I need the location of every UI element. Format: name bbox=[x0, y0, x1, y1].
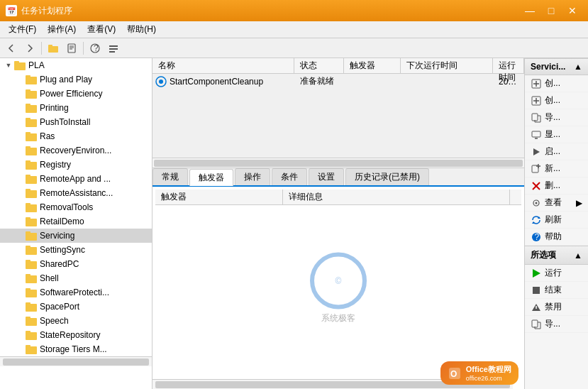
panel-action-view[interactable]: 查看 ▶ bbox=[525, 194, 588, 212]
tab-general[interactable]: 常规 bbox=[152, 168, 188, 185]
sidebar-item-settingsync[interactable]: SettingSync bbox=[0, 243, 152, 257]
sidebar-item-staterepository[interactable]: StateRepository bbox=[0, 328, 152, 342]
sidebar-item-pla[interactable]: ▼ PLA bbox=[0, 58, 152, 72]
sidebar-item-registry[interactable]: Registry bbox=[0, 158, 152, 172]
display-icon bbox=[531, 129, 542, 141]
col-header-last[interactable]: 上次运行时间 bbox=[493, 58, 524, 73]
sidebar: ▼ PLA Plug and Play Power Efficiency bbox=[0, 58, 152, 389]
toolbar-separator bbox=[41, 42, 42, 55]
properties-icon bbox=[67, 43, 77, 53]
svg-rect-61 bbox=[532, 114, 538, 121]
tab-history[interactable]: 历史记录(已禁用) bbox=[345, 168, 429, 185]
svg-rect-14 bbox=[26, 75, 30, 78]
sidebar-hscroll[interactable] bbox=[0, 356, 152, 366]
trigger-col-header[interactable]: 触发器 bbox=[155, 190, 283, 204]
panel-action-create1[interactable]: 创... bbox=[525, 75, 588, 92]
tab-settings[interactable]: 设置 bbox=[309, 168, 344, 185]
task-name-cell: StartComponentCleanup bbox=[152, 76, 294, 87]
folder-icon-3 bbox=[26, 102, 37, 114]
sidebar-item-shell[interactable]: Shell bbox=[0, 271, 152, 285]
task-row[interactable]: StartComponentCleanup 准备就绪 2020/8/30 16:… bbox=[152, 74, 524, 89]
col-header-status[interactable]: 状态 bbox=[294, 58, 344, 73]
forward-button[interactable] bbox=[21, 40, 38, 56]
sidebar-item-remoteapp[interactable]: RemoteApp and ... bbox=[0, 172, 152, 186]
folder-icon-14 bbox=[26, 258, 37, 270]
svg-rect-52 bbox=[26, 345, 30, 348]
sidebar-item-pushtoinstall[interactable]: PushToInstall bbox=[0, 115, 152, 129]
sidebar-item-storagetiers[interactable]: Storage Tiers M... bbox=[0, 342, 152, 356]
col-header-trigger[interactable]: 触发器 bbox=[344, 58, 401, 73]
panel-action-export[interactable]: 导... bbox=[525, 316, 588, 333]
properties-button[interactable] bbox=[63, 40, 80, 56]
panel-action-create2[interactable]: 创... bbox=[525, 92, 588, 109]
folder-button[interactable] bbox=[45, 40, 62, 56]
sidebar-item-removaltools[interactable]: RemovalTools bbox=[0, 200, 152, 214]
svg-point-54 bbox=[159, 80, 163, 84]
col-header-name[interactable]: 名称 bbox=[152, 58, 294, 73]
sidebar-label-7: Registry bbox=[40, 160, 71, 170]
task-list-hscrollbar[interactable] bbox=[154, 160, 523, 167]
help-toolbar-button[interactable]: ? bbox=[87, 40, 104, 56]
tab-triggers[interactable]: 触发器 bbox=[189, 169, 233, 186]
panel-action-run[interactable]: 运行 bbox=[525, 265, 588, 282]
tab-actions[interactable]: 操作 bbox=[235, 168, 270, 185]
back-button[interactable] bbox=[3, 40, 20, 56]
panel-action-display[interactable]: 显... bbox=[525, 126, 588, 143]
close-button[interactable]: ✕ bbox=[562, 4, 582, 18]
task-last-run: 2020/8/30 16:02:50 bbox=[493, 75, 524, 88]
panel-action-refresh[interactable]: 刷新 bbox=[525, 212, 588, 229]
folder-icon-17 bbox=[26, 301, 37, 312]
panel-action-end[interactable]: 结束 bbox=[525, 282, 588, 299]
menu-file[interactable]: 文件(F) bbox=[3, 22, 42, 37]
menu-help[interactable]: 帮助(H) bbox=[121, 22, 162, 37]
svg-text:O: O bbox=[450, 369, 457, 379]
svg-rect-30 bbox=[26, 189, 30, 192]
panel-section-arrow-1: ▲ bbox=[574, 62, 582, 72]
sidebar-item-recovery[interactable]: RecoveryEnviron... bbox=[0, 143, 152, 158]
sidebar-item-softwareprotect[interactable]: SoftwareProtecti... bbox=[0, 285, 152, 300]
maximize-button[interactable]: □ bbox=[541, 4, 561, 18]
sidebar-label-3: Printing bbox=[40, 103, 69, 113]
svg-rect-48 bbox=[26, 317, 30, 319]
menu-action[interactable]: 操作(A) bbox=[42, 22, 82, 37]
svg-marker-76 bbox=[533, 269, 540, 278]
panel-action-new[interactable]: 新... bbox=[525, 160, 588, 177]
sidebar-label-12: Servicing bbox=[40, 231, 74, 241]
folder-icon-19 bbox=[26, 329, 37, 341]
sidebar-label-pla: PLA bbox=[28, 60, 45, 70]
menu-view[interactable]: 查看(V) bbox=[82, 22, 121, 37]
panel-action-label-import: 导... bbox=[545, 111, 560, 124]
task-list-header: 名称 状态 触发器 下次运行时间 上次运行时间 bbox=[152, 58, 524, 74]
sidebar-item-printing[interactable]: Printing bbox=[0, 101, 152, 115]
panel-action-import[interactable]: 导... bbox=[525, 109, 588, 126]
panel-action-enable[interactable]: 启... bbox=[525, 143, 588, 160]
sidebar-item-plug-and-play[interactable]: Plug and Play bbox=[0, 72, 152, 87]
tab-conditions[interactable]: 条件 bbox=[272, 168, 307, 185]
sidebar-item-spaceport[interactable]: SpacePort bbox=[0, 300, 152, 314]
task-list-hscroll[interactable] bbox=[152, 158, 524, 168]
sidebar-item-sharedpc[interactable]: SharedPC bbox=[0, 257, 152, 271]
detail-col-header[interactable]: 详细信息 bbox=[283, 190, 510, 204]
minimize-button[interactable]: — bbox=[520, 4, 540, 18]
sidebar-item-speech[interactable]: Speech bbox=[0, 314, 152, 328]
refresh-icon bbox=[531, 214, 542, 226]
folder-icon-12 bbox=[26, 230, 37, 241]
svg-rect-42 bbox=[26, 274, 30, 277]
sidebar-item-servicing[interactable]: Servicing bbox=[0, 229, 152, 243]
sidebar-label-5: Ras bbox=[40, 131, 55, 141]
svg-rect-38 bbox=[26, 246, 30, 248]
view-icon bbox=[531, 197, 542, 209]
sidebar-item-power-efficiency[interactable]: Power Efficiency bbox=[0, 87, 152, 101]
sidebar-item-retaildemo[interactable]: RetailDemo bbox=[0, 214, 152, 229]
col-header-next[interactable]: 下次运行时间 bbox=[401, 58, 493, 73]
folder-icon-11 bbox=[26, 216, 37, 227]
panel-action-delete[interactable]: 删... bbox=[525, 177, 588, 194]
sidebar-item-remoteassist[interactable]: RemoteAssistanc... bbox=[0, 186, 152, 200]
extra-toolbar-button[interactable] bbox=[105, 40, 122, 56]
svg-rect-46 bbox=[26, 302, 30, 305]
panel-action-disable[interactable]: 禁用 bbox=[525, 299, 588, 316]
panel-action-help[interactable]: ? 帮助 bbox=[525, 229, 588, 246]
sidebar-hscrollbar[interactable] bbox=[3, 358, 149, 366]
svg-rect-77 bbox=[533, 287, 540, 294]
sidebar-item-ras[interactable]: Ras bbox=[0, 129, 152, 143]
